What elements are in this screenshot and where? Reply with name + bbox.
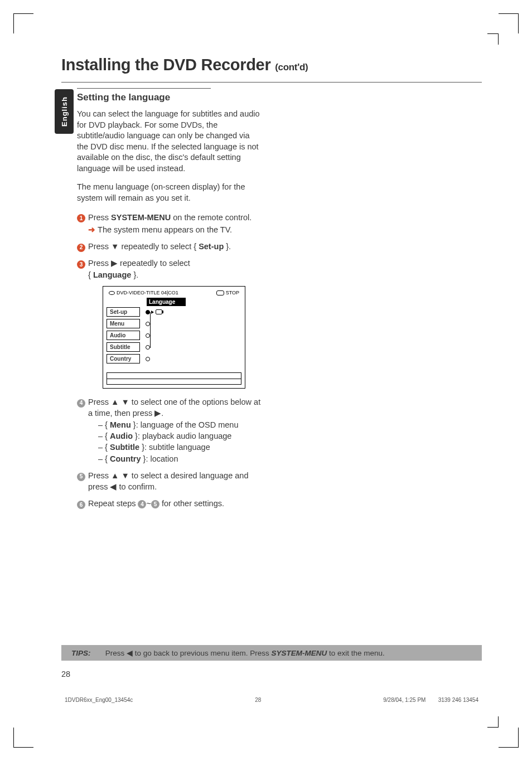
page-number: 28 xyxy=(61,670,70,678)
step-ref-icon: 4 xyxy=(138,500,146,508)
osd-menu-item: Country xyxy=(107,354,140,363)
title-main: Installing the DVD Recorder xyxy=(61,56,270,74)
crop-mark xyxy=(499,728,519,748)
title-rule xyxy=(61,82,482,83)
step-text: Press ▶ repeatedly to select xyxy=(88,259,190,268)
bullet-list: – { Menu }: language of the OSD menu – {… xyxy=(98,419,261,464)
step-number-icon: 5 xyxy=(77,473,85,481)
subhead-rule xyxy=(77,88,211,89)
step-term: Set-up xyxy=(199,242,224,251)
content-column: Setting the language You can select the … xyxy=(77,88,261,510)
osd-menu-item: Audio xyxy=(107,331,140,340)
tips-term: SYSTEM-MENU xyxy=(271,649,327,657)
tips-text: Press ◀ to go back to previous menu item… xyxy=(105,649,272,657)
crop-mark xyxy=(487,716,499,728)
list-item: – { Menu }: language of the OSD menu xyxy=(98,419,261,430)
step-term: SYSTEM-MENU xyxy=(111,213,171,222)
osd-menu-item: Set-up xyxy=(107,307,140,317)
step-text: Press xyxy=(88,213,111,222)
step-text: }. xyxy=(224,242,231,251)
tips-bar: TIPS: Press ◀ to go back to previous men… xyxy=(61,645,482,661)
list-item: – { Subtitle }: subtitle language xyxy=(98,442,261,453)
osd-menu-strip: Language xyxy=(147,298,186,306)
crop-mark xyxy=(13,728,33,748)
step-5: 5 Press ▲ ▼ to select a desired language… xyxy=(77,470,261,493)
step-6: 6 Repeat steps 4~5 for other settings. xyxy=(77,498,261,509)
osd-menu-row: Subtitle xyxy=(107,342,241,352)
footer: 1DVDR6xx_Eng00_13454c 28 9/28/04, 1:25 P… xyxy=(61,697,482,703)
step-sub-text: The system menu appears on the TV. xyxy=(98,225,232,234)
step-number-icon: 2 xyxy=(77,244,85,252)
tips-label: TIPS: xyxy=(71,649,91,657)
footer-right: 9/28/04, 1:25 PM 3139 246 13454 xyxy=(383,697,478,703)
osd-menu-bottom-bar xyxy=(107,372,241,385)
crop-mark xyxy=(13,13,33,33)
step-ref-icon: 5 xyxy=(151,500,159,508)
osd-menu-item: Subtitle xyxy=(107,342,140,352)
step-4: 4 Press ▲ ▼ to select one of the options… xyxy=(77,396,261,464)
step-3: 3 Press ▶ repeatedly to select { Languag… xyxy=(77,258,261,280)
step-1: 1 Press SYSTEM-MENU on the remote contro… xyxy=(77,212,261,236)
osd-menu-figure: DVD-VIDEO-TITLE 04|CO1 STOP Language Set… xyxy=(103,286,245,389)
language-tab-label: English xyxy=(60,96,69,127)
step-text: on the remote control. xyxy=(171,213,252,222)
osd-menu-row: Audio xyxy=(107,331,241,340)
step-text: ~ xyxy=(146,499,151,508)
osd-header-left: DVD-VIDEO-TITLE 04|CO1 xyxy=(109,290,178,295)
footer-left: 1DVDR6xx_Eng00_13454c xyxy=(65,697,133,703)
arrow-icon: ➜ xyxy=(88,225,98,234)
osd-menu-row: Menu xyxy=(107,319,241,328)
section-heading: Setting the language xyxy=(77,92,261,103)
footer-center: 28 xyxy=(255,697,261,703)
step-text: }. xyxy=(131,270,138,279)
section-paragraph: You can select the language for subtitle… xyxy=(77,109,261,174)
osd-menu-row: Country xyxy=(107,354,241,363)
crop-mark xyxy=(499,13,519,33)
title-contd: (cont'd) xyxy=(275,62,308,72)
step-number-icon: 4 xyxy=(77,399,85,408)
osd-header-right: STOP xyxy=(216,290,239,295)
step-text: Press ▲ ▼ to select a desired language a… xyxy=(88,471,248,491)
osd-menu-item: Menu xyxy=(107,319,140,328)
section-paragraph: The menu language (on-screen display) fo… xyxy=(77,182,261,203)
step-number-icon: 6 xyxy=(77,501,85,509)
step-number-icon: 1 xyxy=(77,214,85,222)
osd-menu-row: Set-up xyxy=(107,307,241,317)
osd-menu-header: DVD-VIDEO-TITLE 04|CO1 STOP xyxy=(107,290,241,298)
crop-mark xyxy=(487,33,499,45)
list-item: – { Audio }: playback audio language xyxy=(98,430,261,442)
step-number-icon: 3 xyxy=(77,260,85,269)
step-text: Repeat steps xyxy=(88,499,138,508)
tips-text: to exit the menu. xyxy=(327,649,385,657)
step-sub: ➜ The system menu appears on the TV. xyxy=(88,224,261,235)
step-2: 2 Press ▼ repeatedly to select { Set-up … xyxy=(77,241,261,252)
step-text: Press ▼ repeatedly to select { xyxy=(88,242,199,251)
step-text: Press ▲ ▼ to select one of the options b… xyxy=(88,398,260,418)
step-text: { xyxy=(88,270,93,279)
page-title: Installing the DVD Recorder (cont'd) xyxy=(61,56,482,74)
language-tab: English xyxy=(55,89,74,134)
step-text: for other settings. xyxy=(159,499,224,508)
list-item: – { Country }: location xyxy=(98,453,261,464)
step-term: Language xyxy=(93,270,131,279)
